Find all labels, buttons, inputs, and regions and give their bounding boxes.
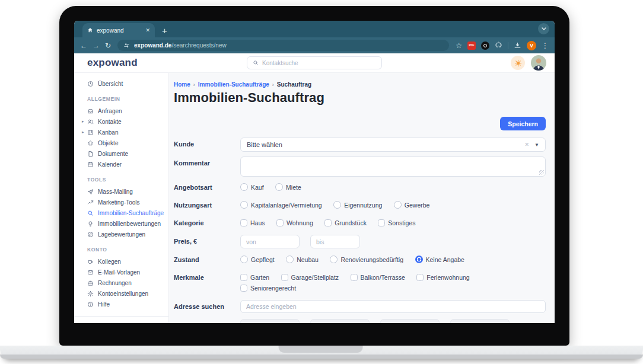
radio-gepflegt[interactable]: Gepflegt	[240, 256, 275, 263]
sidebar-item-immobilienbewertungen[interactable]: Immobilienbewertungen	[74, 218, 168, 229]
save-button[interactable]: Speichern	[500, 117, 546, 130]
window-chevron-button[interactable]	[538, 23, 549, 34]
sidebar-item-objekte[interactable]: Objekte	[74, 138, 168, 148]
adresse-such-input[interactable]	[240, 300, 546, 313]
kategorie-checkbox-group: Haus Wohnung Grundstück Sonstiges	[240, 218, 546, 229]
radio-icon[interactable]	[240, 183, 248, 191]
checkbox-icon[interactable]	[276, 219, 284, 226]
preis-von-input[interactable]	[240, 235, 300, 248]
radio-icon[interactable]	[333, 201, 341, 209]
sun-icon	[514, 59, 522, 67]
radio-icon[interactable]	[330, 256, 338, 263]
kommentar-textarea[interactable]	[240, 157, 546, 177]
extension-badge-icon[interactable]	[481, 41, 489, 50]
checkbox-balkon[interactable]: Balkon/Terrasse	[351, 274, 405, 281]
sidebar-item-kanban[interactable]: ▸ Kanban	[74, 127, 168, 138]
new-tab-button[interactable]: +	[162, 26, 167, 35]
radio-kauf[interactable]: Kauf	[240, 183, 264, 191]
radio-miete[interactable]: Miete	[275, 183, 301, 191]
sidebar-item-kontoeinstellungen[interactable]: Kontoeinstellungen	[74, 288, 168, 299]
checkbox-icon[interactable]	[240, 219, 247, 226]
expand-caret-icon[interactable]: ▸	[82, 119, 84, 124]
checkbox-grundstueck[interactable]: Grundstück	[324, 219, 367, 226]
app-logo[interactable]: expowand	[87, 57, 138, 69]
plz-input[interactable]	[380, 319, 440, 323]
chevron-down-icon[interactable]: ▼	[534, 142, 539, 148]
sidebar-item-immobilien-suchauftraege[interactable]: Immobilien-Suchaufträge	[74, 207, 168, 218]
clear-icon[interactable]: ✕	[525, 142, 530, 148]
sidebar-item-marketing-tools[interactable]: Marketing-Tools	[74, 197, 168, 207]
extensions-puzzle-icon[interactable]	[495, 41, 502, 49]
browser-tab[interactable]: expowand ✕	[82, 23, 155, 37]
strasse-input[interactable]	[240, 319, 300, 323]
radio-icon[interactable]	[286, 256, 294, 263]
checkbox-haus[interactable]: Haus	[240, 219, 265, 226]
checkbox-garten[interactable]: Garten	[240, 274, 269, 281]
reload-icon[interactable]: ↻	[105, 42, 111, 49]
checkbox-icon[interactable]	[240, 274, 247, 281]
back-icon[interactable]: ←	[80, 42, 87, 49]
checkbox-seniorengerecht[interactable]: Seniorengerecht	[240, 285, 296, 292]
preis-bis-input[interactable]	[310, 235, 360, 248]
checkbox-icon[interactable]	[240, 285, 247, 292]
url-bar[interactable]: expowand.de/searchrequests/new	[117, 40, 449, 51]
checkbox-icon[interactable]	[416, 274, 424, 281]
radio-kapitalanlage[interactable]: Kapitalanlage/Vermietung	[240, 201, 322, 209]
breadcrumb-section-link[interactable]: Immobilien-Suchaufträge	[198, 81, 269, 88]
laptop-base-notch	[279, 346, 363, 353]
expand-caret-icon[interactable]: ▸	[82, 130, 84, 135]
tab-close-icon[interactable]: ✕	[145, 27, 150, 33]
radio-icon[interactable]	[275, 183, 283, 191]
checkbox-icon[interactable]	[351, 274, 358, 281]
theme-toggle-button[interactable]	[511, 56, 525, 70]
checkbox-garage[interactable]: Garage/Stellplatz	[281, 274, 339, 281]
search-icon	[253, 60, 259, 66]
forward-icon[interactable]: →	[93, 42, 100, 49]
page-title: Immobilien-Suchauftrag	[174, 90, 546, 106]
radio-eigennutzung[interactable]: Eigennutzung	[333, 201, 382, 209]
sidebar-item-kollegen[interactable]: Kollegen	[74, 256, 168, 267]
radio-selected-icon[interactable]	[415, 256, 423, 263]
sidebar-item-hilfe[interactable]: Hilfe	[74, 299, 168, 309]
checkbox-icon[interactable]	[281, 274, 288, 281]
radio-keine-angabe[interactable]: Keine Angabe	[415, 256, 464, 263]
browser-profile-avatar[interactable]: V	[527, 41, 536, 50]
download-icon[interactable]	[514, 41, 521, 49]
sidebar-item-email-vorlagen[interactable]: E-Mail-Vorlagen	[74, 267, 168, 277]
users-icon	[87, 119, 94, 125]
sidebar-section-allgemein: ALLGEMEIN	[74, 96, 168, 102]
user-avatar[interactable]	[531, 55, 546, 71]
checkbox-wohnung[interactable]: Wohnung	[276, 219, 313, 226]
sidebar-item-kalender[interactable]: Kalender	[74, 159, 168, 170]
radio-icon[interactable]	[394, 201, 402, 209]
sidebar-item-mass-mailing[interactable]: Mass-Mailing	[74, 186, 168, 197]
pdf-extension-icon[interactable]: PDF	[467, 41, 476, 50]
sidebar-item-anfragen[interactable]: Anfragen	[74, 106, 168, 116]
sidebar-item-dokumente[interactable]: Dokumente	[74, 148, 168, 159]
radio-icon[interactable]	[240, 256, 248, 263]
radio-neubau[interactable]: Neubau	[286, 256, 319, 263]
checkbox-sonstiges[interactable]: Sonstiges	[378, 219, 415, 226]
contact-search-input[interactable]: Kontaktsuche	[247, 56, 382, 69]
sidebar-item-rechnungen[interactable]: Rechnungen	[74, 277, 168, 288]
checkbox-ferienwohnung[interactable]: Ferienwohnung	[416, 274, 469, 281]
checkbox-icon[interactable]	[324, 219, 332, 226]
sidebar-item-uebersicht[interactable]: Übersicht	[74, 78, 168, 89]
kebab-menu-icon[interactable]: ⋮	[542, 42, 549, 49]
breadcrumb-home-link[interactable]: Home	[174, 81, 190, 88]
breadcrumb-current: Suchauftrag	[277, 81, 311, 88]
radio-gewerbe[interactable]: Gewerbe	[394, 201, 430, 209]
sidebar-item-kontakte[interactable]: ▸ Kontakte	[74, 116, 168, 127]
kunde-label: Kunde	[174, 138, 240, 148]
send-icon	[87, 189, 94, 195]
kunde-select[interactable]: Bitte wählen ✕ ▼	[240, 138, 546, 152]
checkbox-icon[interactable]	[378, 219, 385, 226]
ort-input[interactable]	[450, 319, 510, 323]
radio-renovierungsbeduerftig[interactable]: Renovierungsbedürftig	[330, 256, 403, 263]
sidebar-item-lagebewertungen[interactable]: Lagebewertungen	[74, 229, 168, 240]
browser-tab-bar: expowand ✕ +	[74, 21, 555, 37]
bookmark-star-icon[interactable]: ☆	[456, 42, 462, 49]
sidebar-collapse-button[interactable]: Menü minimieren	[74, 323, 168, 323]
hausnummer-input[interactable]	[310, 319, 370, 323]
radio-icon[interactable]	[240, 201, 248, 209]
